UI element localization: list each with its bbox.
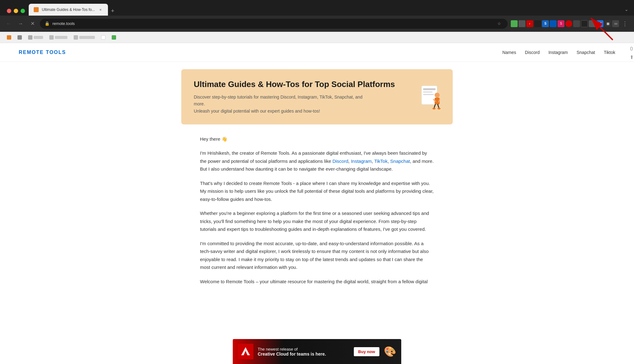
tab-bar-right: ⌄ (622, 6, 631, 16)
lock-icon: 🔒 (44, 21, 50, 27)
paragraph-3: Whether you're a beginner exploring a pl… (200, 209, 434, 233)
paragraph-1: I'm Hrishikesh, the creator of Remote To… (200, 149, 434, 173)
bookmark-4[interactable] (47, 34, 70, 41)
forward-button[interactable]: → (16, 19, 25, 28)
ad-colorful-visual: 🎨 (384, 346, 396, 357)
greeting: Hey there 👋 (200, 136, 227, 142)
paragraph-5: Welcome to Remote Tools – your ultimate … (200, 278, 434, 286)
minimize-traffic-light[interactable] (14, 9, 18, 13)
tab-chevron-icon[interactable]: ⌄ (622, 6, 631, 13)
website: REMOTE TOOLS Names Discord Instagram Sna… (0, 43, 634, 364)
ext-icon-4[interactable] (550, 20, 557, 27)
ext-icon-red[interactable] (565, 20, 572, 27)
link-snapchat[interactable]: Snapchat (390, 158, 410, 164)
bookmark-star-icon[interactable]: ☆ (496, 21, 502, 27)
svg-rect-3 (423, 94, 434, 95)
bookmark-3[interactable] (26, 34, 46, 41)
ext-icon-5[interactable] (573, 20, 580, 27)
bookmark-white[interactable] (99, 34, 108, 41)
tab-title: Ultimate Guides & How-Tos fo... (42, 7, 95, 12)
ext-icon-grid[interactable]: ▦ (604, 20, 611, 27)
bookmark-5[interactable] (71, 34, 97, 41)
bookmark-2[interactable] (15, 34, 24, 41)
svg-point-11 (437, 108, 441, 109)
svg-point-4 (435, 93, 440, 98)
menu-button[interactable]: ⋮ (620, 19, 630, 28)
hero-banner: Ultimate Guides & How-Tos for Top Social… (181, 69, 453, 124)
ext-icon-2[interactable] (519, 20, 525, 27)
ext-icon-s2[interactable]: S (558, 20, 564, 27)
nav-tiktok[interactable]: Tiktok (604, 50, 615, 55)
address-bar-icons: ☆ (496, 21, 503, 27)
bookmark-label-3 (34, 36, 43, 39)
scroll-sidebar: 0 ⬆ (629, 44, 634, 339)
nav-names[interactable]: Names (502, 50, 516, 55)
bookmarks-bar (0, 32, 634, 43)
bookmark-favicon-2 (17, 35, 22, 40)
svg-point-10 (432, 108, 436, 109)
traffic-lights (3, 6, 29, 16)
ad-line2: Creative Cloud for teams is here. (258, 352, 349, 357)
bookmark-favicon-white (101, 35, 105, 40)
ad-buy-now-button[interactable]: Buy now (354, 347, 379, 356)
paragraph-2: That's why I decided to create Remote To… (200, 179, 434, 203)
bookmark-1[interactable] (4, 34, 14, 41)
ad-text: The newest release of Creative Cloud for… (258, 347, 349, 357)
scroll-count: 0 (630, 46, 633, 52)
ext-icon-3[interactable] (534, 20, 541, 27)
ext-icon-reddit[interactable]: r (526, 20, 533, 27)
ext-icon-1[interactable] (511, 20, 518, 27)
bookmark-6[interactable] (109, 34, 119, 41)
extension-icons: r S S ⊞ ▦ ▭ (511, 20, 619, 27)
active-tab[interactable]: Ultimate Guides & How-Tos fo... ✕ (29, 4, 108, 16)
ad-line1: The newest release of (258, 347, 349, 352)
tab-close-button[interactable]: ✕ (98, 7, 103, 12)
close-traffic-light[interactable] (7, 9, 11, 13)
greeting-text: Hey there 👋 (200, 135, 434, 143)
nav-discord[interactable]: Discord (525, 50, 539, 55)
ext-icon-s1[interactable]: S (542, 20, 549, 27)
nav-snapchat[interactable]: Snapchat (577, 50, 595, 55)
address-bar: ← → ✕ 🔒 remote.tools ☆ r S S (0, 16, 634, 32)
ext-icon-6[interactable] (581, 20, 588, 27)
nav-instagram[interactable]: Instagram (549, 50, 568, 55)
reload-button[interactable]: ✕ (28, 19, 37, 28)
site-header: REMOTE TOOLS Names Discord Instagram Sna… (0, 43, 634, 62)
ext-icon-7[interactable] (589, 20, 596, 27)
back-button[interactable]: ← (4, 19, 13, 28)
share-icon[interactable]: ⬆ (630, 54, 634, 60)
main-content: Hey there 👋 I'm Hrishikesh, the creator … (181, 132, 453, 295)
adobe-logo (238, 344, 253, 359)
link-tiktok[interactable]: TikTok (374, 158, 388, 164)
bookmark-label-5 (79, 36, 95, 39)
tab-bar: Ultimate Guides & How-Tos fo... ✕ + ⌄ (0, 0, 634, 16)
url-text: remote.tools (52, 21, 75, 26)
hero-wrapper: Ultimate Guides & How-Tos for Top Social… (181, 69, 453, 124)
hero-illustration (412, 80, 446, 114)
bookmark-label-4 (55, 36, 67, 39)
link-instagram[interactable]: Instagram (351, 158, 372, 164)
address-input[interactable]: 🔒 remote.tools ☆ (40, 19, 508, 29)
ext-icon-puzzle[interactable]: ⊞ (597, 20, 603, 27)
svg-rect-1 (423, 88, 436, 90)
svg-rect-2 (423, 91, 432, 93)
hero-description: Discover step-by-step tutorials for mast… (194, 94, 375, 114)
new-tab-button[interactable]: + (108, 6, 117, 16)
toolbar-right: r S S ⊞ ▦ ▭ ⋮ (511, 19, 630, 28)
tab-favicon (34, 7, 39, 12)
bookmark-favicon-4 (49, 35, 54, 40)
hero-title: Ultimate Guides & How-Tos for Top Social… (194, 79, 409, 90)
bookmark-favicon-3 (28, 35, 32, 40)
ext-icon-rect[interactable]: ▭ (612, 20, 619, 27)
site-logo[interactable]: REMOTE TOOLS (19, 50, 66, 55)
bookmark-favicon-5 (74, 35, 78, 40)
paragraph-4: I'm committed to providing the most accu… (200, 240, 434, 271)
bookmark-favicon-6 (112, 35, 116, 40)
ad-banner: The newest release of Creative Cloud for… (233, 339, 401, 364)
site-nav: Names Discord Instagram Snapchat Tiktok (502, 50, 615, 55)
bookmark-favicon-1 (7, 35, 11, 40)
link-discord[interactable]: Discord (332, 158, 348, 164)
maximize-traffic-light[interactable] (21, 9, 25, 13)
browser-chrome: Ultimate Guides & How-Tos fo... ✕ + ⌄ ← … (0, 0, 634, 43)
